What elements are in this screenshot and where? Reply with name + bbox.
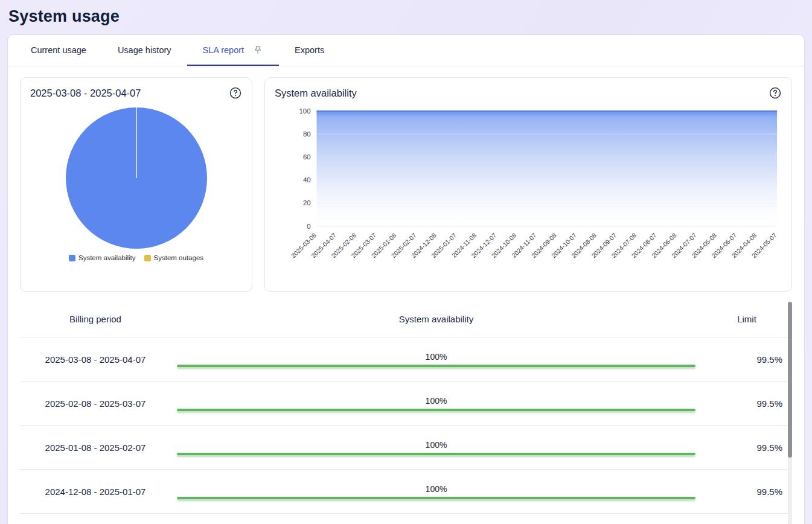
legend-item-availability: System availability [69, 254, 136, 261]
legend-item-outages: System outages [144, 254, 203, 261]
svg-text:80: 80 [303, 130, 311, 138]
availability-bar [177, 409, 695, 411]
outages-swatch [144, 255, 151, 261]
row-period: 2025-02-08 - 2025-03-07 [20, 398, 171, 409]
help-icon[interactable] [769, 86, 782, 100]
help-icon[interactable] [229, 86, 242, 100]
availability-value: 100% [177, 396, 695, 406]
availability-bar-track [177, 365, 695, 367]
page-title: System usage [8, 7, 812, 26]
tab-exports-label: Exports [295, 45, 324, 55]
charts-row: 2025-03-08 - 2025-04-07 System availabil… [8, 66, 804, 301]
tab-exports[interactable]: Exports [279, 35, 340, 66]
header-limit: Limit [702, 314, 792, 324]
availability-bar [177, 365, 695, 367]
tab-sla-report[interactable]: SLA report [187, 35, 280, 66]
table-scrollbar-thumb[interactable] [788, 302, 792, 458]
availability-pie-chart [30, 102, 243, 253]
availability-value: 100% [177, 352, 695, 362]
pie-card-title: 2025-03-08 - 2025-04-07 [30, 88, 141, 99]
header-system-availability: System availability [171, 314, 702, 324]
tab-current-usage[interactable]: Current usage [15, 35, 102, 66]
tab-usage-history[interactable]: Usage history [102, 35, 187, 66]
svg-text:0: 0 [307, 223, 310, 230]
row-limit: 99.5% [702, 487, 792, 497]
row-availability: 100% [171, 352, 702, 367]
row-limit: 99.5% [702, 354, 792, 365]
availability-area-chart: 0204060801002025-03-082025-04-072025-02-… [275, 102, 782, 278]
svg-text:20: 20 [303, 199, 311, 206]
pin-icon[interactable] [252, 45, 263, 56]
row-period: 2025-03-08 - 2025-04-07 [20, 354, 171, 365]
pie-legend: System availability System outages [30, 254, 242, 261]
availability-swatch [69, 255, 75, 261]
system-availability-card: System availability 0204060801002025-03-… [264, 77, 792, 292]
svg-text:60: 60 [303, 153, 311, 161]
row-limit: 99.5% [702, 398, 792, 409]
table-header: Billing period System availability Limit [20, 301, 792, 337]
tab-usage-history-label: Usage history [118, 45, 171, 55]
svg-text:100: 100 [299, 107, 311, 115]
table-scrollbar-track[interactable] [788, 301, 792, 524]
tabbar: Current usage Usage history SLA report E… [8, 35, 804, 66]
row-availability: 100% [171, 396, 702, 411]
area-card-title: System availability [275, 88, 357, 99]
row-limit: 99.5% [702, 443, 792, 453]
availability-bar [177, 497, 695, 499]
table-row: 2025-02-08 - 2025-03-07 100% 99.5% [20, 382, 792, 426]
tab-sla-report-label: SLA report [203, 45, 245, 55]
legend-outages-label: System outages [154, 254, 203, 261]
availability-bar-track [177, 409, 695, 411]
availability-value: 100% [177, 484, 695, 494]
svg-text:40: 40 [303, 176, 311, 184]
availability-value: 100% [177, 440, 695, 450]
main-card: Current usage Usage history SLA report E… [7, 34, 805, 524]
availability-bar [177, 453, 695, 455]
header-billing-period: Billing period [20, 314, 171, 324]
table-row: 2025-01-08 - 2025-02-07 100% 99.5% [20, 426, 792, 470]
row-period: 2024-12-08 - 2025-01-07 [20, 487, 171, 497]
availability-bar-track [177, 453, 695, 455]
table-row: 2025-03-08 - 2025-04-07 100% 99.5% [20, 337, 792, 382]
row-availability: 100% [171, 440, 702, 455]
availability-bar-track [177, 497, 695, 499]
tab-current-usage-label: Current usage [31, 45, 86, 55]
row-availability: 100% [171, 484, 702, 499]
table-row: 2024-12-08 - 2025-01-07 100% 99.5% [20, 470, 792, 514]
legend-availability-label: System availability [78, 254, 136, 261]
row-period: 2025-01-08 - 2025-02-07 [20, 443, 171, 453]
billing-period-pie-card: 2025-03-08 - 2025-04-07 System availabil… [20, 77, 252, 292]
sla-table: Billing period System availability Limit… [20, 301, 792, 514]
